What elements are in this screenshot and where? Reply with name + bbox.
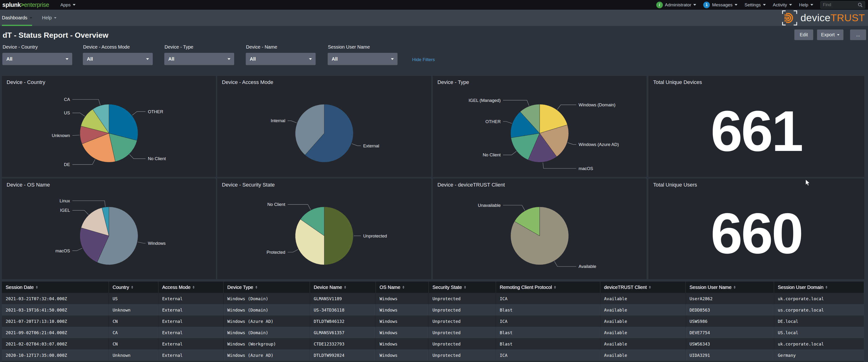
filter-dropdown[interactable]: All bbox=[328, 53, 398, 65]
table-cell[interactable]: Unprotected bbox=[429, 338, 496, 350]
table-cell[interactable]: External bbox=[158, 327, 223, 338]
table-cell[interactable]: US.local bbox=[774, 327, 864, 338]
edit-button[interactable]: Edit bbox=[794, 30, 813, 40]
find-search-box[interactable] bbox=[820, 1, 865, 9]
table-cell[interactable]: ICA bbox=[496, 316, 600, 327]
more-actions-button[interactable]: ... bbox=[850, 30, 866, 40]
table-cell[interactable]: USWS986 bbox=[685, 316, 774, 327]
table-cell[interactable]: CN bbox=[108, 316, 158, 327]
table-cell[interactable]: 2021-07-20T17:13:10.000Z bbox=[2, 316, 108, 327]
column-header-os-name[interactable]: OS Name bbox=[376, 282, 429, 293]
activity-menu[interactable]: Activity bbox=[773, 2, 792, 7]
table-cell[interactable]: Unprotected bbox=[429, 327, 496, 338]
column-header-devicetrust-client[interactable]: deviceTRUST Client bbox=[600, 282, 685, 293]
table-cell[interactable]: CN bbox=[108, 338, 158, 350]
column-header-access-mode[interactable]: Access Mode bbox=[158, 282, 223, 293]
messages-menu[interactable]: 1 Messages bbox=[703, 2, 738, 8]
filter-dropdown[interactable]: All bbox=[246, 53, 316, 65]
table-cell[interactable]: Unknown bbox=[108, 350, 158, 361]
help-menu[interactable]: Help bbox=[799, 2, 813, 7]
table-cell[interactable]: Windows bbox=[376, 304, 429, 316]
splunk-enterprise-logo[interactable]: splunk>enterprise bbox=[2, 1, 49, 8]
pie-slice-unprotected[interactable] bbox=[324, 207, 353, 265]
table-cell[interactable]: Windows (Domain) bbox=[223, 327, 310, 338]
table-cell[interactable]: 2021-03-21T07:32:04.000Z bbox=[2, 293, 108, 304]
table-cell[interactable]: Blast bbox=[496, 304, 600, 316]
table-cell[interactable]: Blast bbox=[496, 327, 600, 338]
table-cell[interactable]: CA bbox=[108, 327, 158, 338]
table-cell[interactable]: DEVE7754 bbox=[685, 327, 774, 338]
table-cell[interactable]: Available bbox=[600, 327, 685, 338]
table-cell[interactable]: DE.local bbox=[774, 316, 864, 327]
table-cell[interactable]: GLMANSV61357 bbox=[310, 327, 376, 338]
table-cell[interactable]: Windows bbox=[376, 316, 429, 327]
filter-dropdown[interactable]: All bbox=[83, 53, 153, 65]
column-header-country[interactable]: Country bbox=[108, 282, 158, 293]
table-cell[interactable]: 2021-02-02T04:03:07.000Z bbox=[2, 338, 108, 350]
filter-dropdown[interactable]: All bbox=[2, 53, 72, 65]
table-cell[interactable]: UserA2862 bbox=[685, 293, 774, 304]
table-cell[interactable]: Windows (Domain) bbox=[223, 293, 310, 304]
table-cell[interactable]: UIDA3291 bbox=[685, 350, 774, 361]
column-header-security-state[interactable]: Security State bbox=[429, 282, 496, 293]
column-header-device-type[interactable]: Device Type bbox=[223, 282, 310, 293]
table-cell[interactable]: Windows bbox=[376, 293, 429, 304]
table-cell[interactable]: Available bbox=[600, 338, 685, 350]
table-cell[interactable]: DTLDTW992024 bbox=[310, 350, 376, 361]
table-cell[interactable]: US bbox=[108, 293, 158, 304]
table-cell[interactable]: External bbox=[158, 350, 223, 361]
settings-menu[interactable]: Settings bbox=[745, 2, 766, 7]
table-cell[interactable]: us.corporate.local bbox=[774, 304, 864, 316]
table-cell[interactable]: DTLDTW846132 bbox=[310, 316, 376, 327]
tab-dashboards[interactable]: Dashboards bbox=[2, 10, 32, 26]
table-cell[interactable]: External bbox=[158, 316, 223, 327]
table-cell[interactable]: USWS6343 bbox=[685, 338, 774, 350]
table-cell[interactable]: uk.corporate.local bbox=[774, 338, 864, 350]
table-cell[interactable]: 2021-03-19T16:41:50.000Z bbox=[2, 304, 108, 316]
table-cell[interactable]: Unknown bbox=[108, 304, 158, 316]
apps-menu[interactable]: Apps bbox=[60, 2, 75, 7]
table-cell[interactable]: ICA bbox=[496, 350, 600, 361]
table-cell[interactable]: Windows (Azure AD) bbox=[223, 350, 310, 361]
table-cell[interactable]: uk.corporate.local bbox=[774, 293, 864, 304]
column-header-session-user-name[interactable]: Session User Name bbox=[685, 282, 774, 293]
column-header-session-user-domain[interactable]: Session User Domain bbox=[774, 282, 864, 293]
table-cell[interactable]: Available bbox=[600, 304, 685, 316]
table-cell[interactable]: Windows (Azure AD) bbox=[223, 316, 310, 327]
table-cell[interactable]: External bbox=[158, 338, 223, 350]
find-search-input[interactable] bbox=[823, 2, 856, 7]
table-cell[interactable]: Windows (Workgroup) bbox=[223, 338, 310, 350]
table-cell[interactable]: External bbox=[158, 293, 223, 304]
table-cell[interactable]: ICA bbox=[496, 293, 600, 304]
export-button[interactable]: Export bbox=[817, 30, 843, 40]
table-cell[interactable]: Unprotected bbox=[429, 304, 496, 316]
table-cell[interactable]: DEDD8563 bbox=[685, 304, 774, 316]
column-header-session-date[interactable]: Session Date bbox=[2, 282, 108, 293]
table-cell[interactable]: Available bbox=[600, 350, 685, 361]
table-cell[interactable]: CTDE12332793 bbox=[310, 338, 376, 350]
table-cell[interactable]: Germany bbox=[774, 350, 864, 361]
table-cell[interactable]: Blast bbox=[496, 338, 600, 350]
administrator-menu[interactable]: i Administrator bbox=[656, 2, 696, 8]
table-cell[interactable]: Unprotected bbox=[429, 316, 496, 327]
table-cell[interactable]: Windows (Domain) bbox=[223, 304, 310, 316]
pie-slice-label: Protected bbox=[267, 250, 285, 255]
hide-filters-link[interactable]: Hide Filters bbox=[412, 57, 435, 62]
table-cell[interactable]: US-34TD36118 bbox=[310, 304, 376, 316]
table-cell[interactable]: 2020-10-12T17:35:00.000Z bbox=[2, 350, 108, 361]
table-cell[interactable]: GLMANSV1189 bbox=[310, 293, 376, 304]
pie-slice-label: macOS bbox=[579, 166, 593, 171]
table-cell[interactable]: Available bbox=[600, 293, 685, 304]
tab-help[interactable]: Help bbox=[42, 10, 56, 26]
table-cell[interactable]: Windows bbox=[376, 338, 429, 350]
table-cell[interactable]: Unprotected bbox=[429, 350, 496, 361]
table-cell[interactable]: Windows bbox=[376, 350, 429, 361]
table-cell[interactable]: External bbox=[158, 304, 223, 316]
column-header-device-name[interactable]: Device Name bbox=[310, 282, 376, 293]
table-cell[interactable]: 2021-09-02T06:21:04.000Z bbox=[2, 327, 108, 338]
column-header-remoting-client-protocol[interactable]: Remoting Client Protocol bbox=[496, 282, 600, 293]
table-cell[interactable]: Available bbox=[600, 316, 685, 327]
table-cell[interactable]: Windows bbox=[376, 327, 429, 338]
filter-dropdown[interactable]: All bbox=[164, 53, 234, 65]
table-cell[interactable]: Unprotected bbox=[429, 293, 496, 304]
